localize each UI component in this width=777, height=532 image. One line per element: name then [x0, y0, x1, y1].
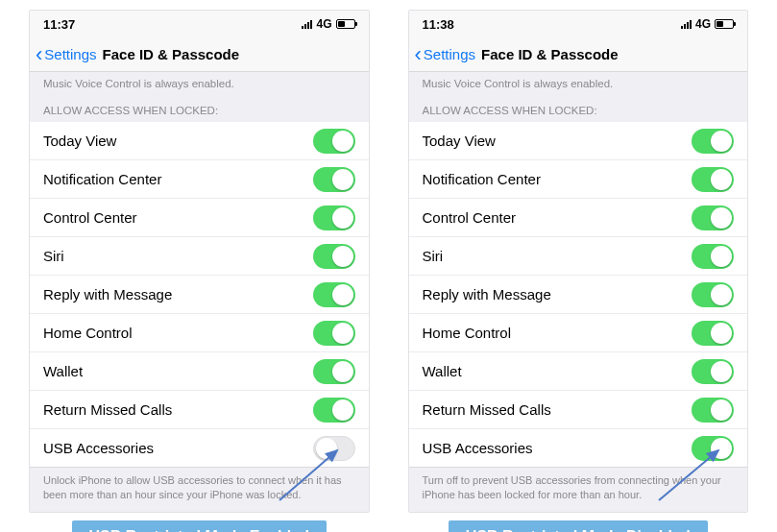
toggle-notification-center[interactable]: [692, 167, 734, 192]
row-control-center: Control Center: [30, 199, 369, 237]
row-usb-accessories: USB Accessories: [409, 429, 748, 468]
toggle-usb-accessories[interactable]: [313, 436, 355, 461]
battery-icon: [715, 19, 734, 29]
back-button[interactable]: Settings: [44, 46, 96, 62]
toggle-control-center[interactable]: [692, 206, 734, 230]
phone-left: 11:37 4G ‹ Settings Face ID & Passcode M…: [29, 10, 370, 513]
row-reply-with-message: Reply with Message: [30, 276, 369, 314]
row-label: Control Center: [43, 209, 137, 226]
network-label: 4G: [695, 17, 711, 31]
row-return-missed-calls: Return Missed Calls: [30, 391, 369, 429]
row-label: Wallet: [43, 363, 83, 379]
row-label: Siri: [43, 248, 64, 264]
sub-note: Music Voice Control is always enabled.: [409, 72, 748, 99]
toggle-notification-center[interactable]: [313, 167, 355, 192]
row-label: Notification Center: [43, 171, 161, 187]
back-button[interactable]: Settings: [424, 46, 475, 62]
section-header: ALLOW ACCESS WHEN LOCKED:: [409, 99, 748, 122]
caption-left-wrap: USB Restricted Mode Enabled: [29, 520, 370, 532]
row-label: USB Accessories: [423, 440, 533, 456]
row-home-control: Home Control: [30, 314, 369, 352]
row-label: Return Missed Calls: [43, 401, 172, 418]
row-usb-accessories: USB Accessories: [30, 429, 369, 468]
row-label: Control Center: [423, 209, 517, 226]
row-control-center: Control Center: [409, 199, 748, 237]
status-right: 4G: [302, 17, 354, 31]
chevron-left-icon[interactable]: ‹: [415, 44, 422, 65]
row-label: Return Missed Calls: [423, 401, 551, 418]
sub-note: Music Voice Control is always enabled.: [30, 72, 369, 99]
status-bar: 11:38 4G: [409, 11, 748, 37]
row-wallet: Wallet: [409, 352, 748, 391]
row-reply-with-message: Reply with Message: [409, 276, 748, 314]
status-time: 11:38: [423, 17, 454, 32]
row-siri: Siri: [409, 237, 748, 276]
page-title: Face ID & Passcode: [481, 46, 619, 62]
row-label: Reply with Message: [43, 286, 172, 302]
row-today-view: Today View: [30, 122, 369, 160]
nav-bar: ‹ Settings Face ID & Passcode: [30, 37, 369, 72]
toggle-wallet[interactable]: [313, 359, 355, 384]
nav-bar: ‹ Settings Face ID & Passcode: [409, 37, 748, 72]
caption-right: USB Restricted Mode Disabled: [449, 520, 708, 532]
row-return-missed-calls: Return Missed Calls: [409, 391, 748, 429]
status-right: 4G: [681, 17, 734, 31]
captions: USB Restricted Mode Enabled USB Restrict…: [0, 513, 777, 532]
status-time: 11:37: [43, 17, 75, 32]
toggle-return-missed-calls[interactable]: [313, 398, 355, 423]
phone-right: 11:38 4G ‹ Settings Face ID & Passcode M…: [408, 10, 749, 513]
row-label: Reply with Message: [423, 286, 551, 302]
row-label: Today View: [423, 133, 496, 149]
settings-list: Today View Notification Center Control C…: [409, 122, 748, 468]
toggle-home-control[interactable]: [692, 321, 734, 346]
row-label: Today View: [43, 133, 116, 149]
toggle-today-view[interactable]: [313, 129, 355, 154]
row-notification-center: Notification Center: [30, 160, 369, 199]
row-today-view: Today View: [409, 122, 748, 160]
row-home-control: Home Control: [409, 314, 748, 352]
battery-icon: [336, 19, 355, 29]
signal-icon: [302, 19, 312, 29]
caption-right-wrap: USB Restricted Mode Disabled: [408, 520, 749, 532]
settings-list: Today View Notification Center Control C…: [30, 122, 369, 468]
status-bar: 11:37 4G: [30, 11, 369, 37]
row-label: USB Accessories: [43, 440, 154, 456]
toggle-wallet[interactable]: [692, 359, 734, 384]
toggle-control-center[interactable]: [313, 206, 355, 230]
toggle-siri[interactable]: [313, 244, 355, 269]
toggle-return-missed-calls[interactable]: [692, 398, 734, 423]
row-wallet: Wallet: [30, 352, 369, 391]
footer-note: Unlock iPhone to allow USB accessories t…: [30, 468, 369, 512]
toggle-reply-with-message[interactable]: [692, 282, 734, 307]
row-label: Home Control: [43, 325, 133, 341]
section-header: ALLOW ACCESS WHEN LOCKED:: [30, 99, 369, 122]
row-notification-center: Notification Center: [409, 160, 748, 199]
row-label: Wallet: [423, 363, 462, 379]
chevron-left-icon[interactable]: ‹: [36, 44, 42, 65]
phones-container: 11:37 4G ‹ Settings Face ID & Passcode M…: [0, 0, 777, 513]
network-label: 4G: [316, 17, 331, 31]
toggle-usb-accessories[interactable]: [692, 436, 734, 461]
row-label: Home Control: [423, 325, 512, 341]
toggle-siri[interactable]: [692, 244, 734, 269]
row-siri: Siri: [30, 237, 369, 276]
row-label: Notification Center: [423, 171, 541, 187]
row-label: Siri: [423, 248, 444, 264]
signal-icon: [681, 19, 692, 29]
toggle-today-view[interactable]: [692, 129, 734, 154]
toggle-reply-with-message[interactable]: [313, 282, 355, 307]
toggle-home-control[interactable]: [313, 321, 355, 346]
footer-note: Turn off to prevent USB accessories from…: [409, 468, 748, 512]
caption-left: USB Restricted Mode Enabled: [72, 520, 327, 532]
page-title: Face ID & Passcode: [103, 46, 240, 62]
